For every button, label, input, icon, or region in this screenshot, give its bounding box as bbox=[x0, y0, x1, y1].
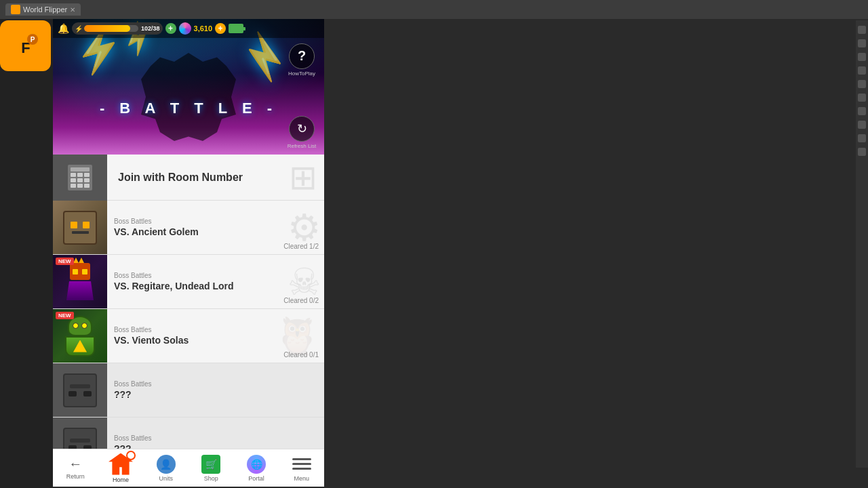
home-badge-dot bbox=[128, 453, 134, 458]
tab-favicon bbox=[11, 5, 20, 14]
undead-robe bbox=[66, 281, 94, 300]
nav-shop-button[interactable]: 🛒 Shop bbox=[189, 449, 234, 487]
stamina-plus-button[interactable]: + bbox=[165, 23, 176, 34]
bottom-navigation: ← Return Home 👤 Units 🛒 Shop bbox=[53, 449, 324, 487]
coin-count: 3,610 bbox=[194, 24, 213, 33]
owl-body bbox=[62, 316, 99, 357]
nav-return-button[interactable]: ← Return bbox=[53, 449, 98, 487]
ctrl-dot-9 bbox=[858, 134, 866, 142]
how-to-play-button[interactable]: ? HowToPlay bbox=[285, 43, 319, 77]
calc-key-3 bbox=[84, 173, 90, 177]
stamina-container: ⚡ 102/38 bbox=[72, 22, 163, 35]
calc-key-4 bbox=[71, 178, 76, 182]
stamina-fill bbox=[84, 25, 130, 32]
locked-face-2 bbox=[63, 428, 97, 449]
nav-return-label: Return bbox=[66, 473, 85, 480]
boss-row-regitare[interactable]: NEW Boss Batt bbox=[53, 255, 324, 309]
refresh-label: Refresh List bbox=[288, 143, 317, 149]
locked-eyes bbox=[68, 391, 92, 396]
browser-tab[interactable]: World Flipper ✕ bbox=[5, 3, 81, 16]
calc-key-2 bbox=[77, 173, 83, 177]
unknown-2-name: ??? bbox=[114, 443, 317, 449]
unknown-1-info: Boss Battles ??? bbox=[107, 376, 324, 404]
tab-close-button[interactable]: ✕ bbox=[70, 6, 75, 14]
units-icon: 👤 bbox=[157, 455, 176, 474]
left-side-panel bbox=[0, 19, 53, 488]
nav-portal-label: Portal bbox=[248, 475, 264, 482]
notification-bell-icon[interactable]: 🔔 bbox=[57, 22, 69, 35]
tab-title: World Flipper bbox=[23, 5, 67, 14]
ctrl-dot-6 bbox=[858, 94, 866, 102]
ancient-golem-category: Boss Battles bbox=[114, 218, 317, 225]
boss-row-viento[interactable]: NEW bbox=[53, 309, 324, 363]
menu-line-1 bbox=[292, 458, 311, 460]
golem-mouth bbox=[72, 231, 89, 234]
ctrl-dot-3 bbox=[858, 53, 866, 61]
calculator-icon bbox=[66, 163, 94, 192]
coin-plus-button[interactable]: + bbox=[215, 23, 226, 34]
calc-key-7 bbox=[71, 184, 76, 188]
ctrl-dot-10 bbox=[858, 148, 866, 156]
undead-crown bbox=[73, 258, 87, 263]
ancient-golem-thumbnail bbox=[53, 201, 107, 255]
owl-pattern bbox=[73, 340, 87, 352]
units-icon-shape: 👤 bbox=[157, 455, 176, 474]
regitare-watermark: ☠ bbox=[288, 260, 321, 304]
regitare-category: Boss Battles bbox=[114, 272, 317, 279]
ctrl-dot-2 bbox=[858, 39, 866, 47]
boss-row-unknown-2[interactable]: Boss Battles ??? bbox=[53, 418, 324, 449]
nav-menu-label: Menu bbox=[294, 475, 309, 482]
svg-text:P: P bbox=[30, 36, 35, 43]
owl-torso bbox=[65, 336, 95, 357]
return-arrow-icon: ← bbox=[68, 456, 82, 472]
locked-eye-left bbox=[68, 391, 77, 396]
golem-eyes bbox=[71, 222, 90, 228]
menu-icon bbox=[292, 455, 311, 474]
nav-portal-button[interactable]: 🌐 Portal bbox=[234, 449, 279, 487]
battle-list: Join with Room Number ⊞ Boss Battles bbox=[53, 155, 324, 449]
nav-home-button[interactable]: Home bbox=[98, 449, 144, 487]
stamina-icon: ⚡ bbox=[75, 25, 83, 33]
ctrl-dot-8 bbox=[858, 121, 866, 129]
calc-key-8 bbox=[77, 184, 83, 188]
viento-new-badge: NEW bbox=[56, 312, 74, 319]
portal-icon-shape: 🌐 bbox=[247, 455, 266, 474]
emulator-right-panel bbox=[856, 20, 868, 468]
owl-eye-left bbox=[73, 323, 79, 329]
ctrl-dot-5 bbox=[858, 80, 866, 88]
undead-head bbox=[70, 263, 90, 280]
locked-eye-right bbox=[83, 391, 92, 396]
calc-display bbox=[71, 167, 90, 171]
regitare-name: VS. Regitare, Undead Lord bbox=[114, 281, 317, 291]
shop-icon: 🛒 bbox=[201, 455, 220, 474]
locked-horn bbox=[70, 384, 90, 388]
locked-sprite-2 bbox=[53, 418, 107, 449]
battle-banner: ⚡ ⚡ ⚡ - B A T T L E - ? HowToPlay ↻ Refr… bbox=[53, 19, 324, 155]
unknown-1-thumbnail bbox=[53, 363, 107, 418]
menu-icon-shape bbox=[292, 457, 311, 472]
ctrl-dot-1 bbox=[858, 26, 866, 34]
boss-row-unknown-1[interactable]: Boss Battles ??? bbox=[53, 363, 324, 418]
undead-body bbox=[63, 263, 97, 300]
nav-home-label: Home bbox=[113, 476, 129, 483]
calculator-icon-box bbox=[53, 155, 107, 201]
join-room-button[interactable]: Join with Room Number ⊞ bbox=[53, 155, 324, 201]
undead-eye-left bbox=[73, 269, 78, 274]
nav-menu-button[interactable]: Menu bbox=[279, 449, 324, 487]
unknown-1-category: Boss Battles bbox=[114, 380, 317, 388]
boss-row-ancient-golem[interactable]: Boss Battles VS. Ancient Golem Cleared 1… bbox=[53, 201, 324, 255]
battle-title: - B A T T L E - bbox=[100, 100, 277, 117]
calc-key-5 bbox=[77, 178, 83, 182]
calc-key-6 bbox=[84, 178, 90, 182]
fp-brand-icon: F P bbox=[0, 20, 51, 71]
viento-watermark: 🦉 bbox=[274, 314, 321, 358]
unknown-2-thumbnail bbox=[53, 418, 107, 449]
nav-units-button[interactable]: 👤 Units bbox=[143, 449, 189, 487]
ctrl-dot-7 bbox=[858, 107, 866, 115]
stamina-bar bbox=[84, 25, 138, 32]
menu-line-2 bbox=[292, 463, 311, 465]
shop-icon-shape: 🛒 bbox=[201, 455, 220, 474]
refresh-list-button[interactable]: ↻ Refresh List bbox=[285, 115, 319, 149]
owl-body-wrap bbox=[62, 316, 99, 357]
locked-horn-2 bbox=[70, 439, 90, 443]
